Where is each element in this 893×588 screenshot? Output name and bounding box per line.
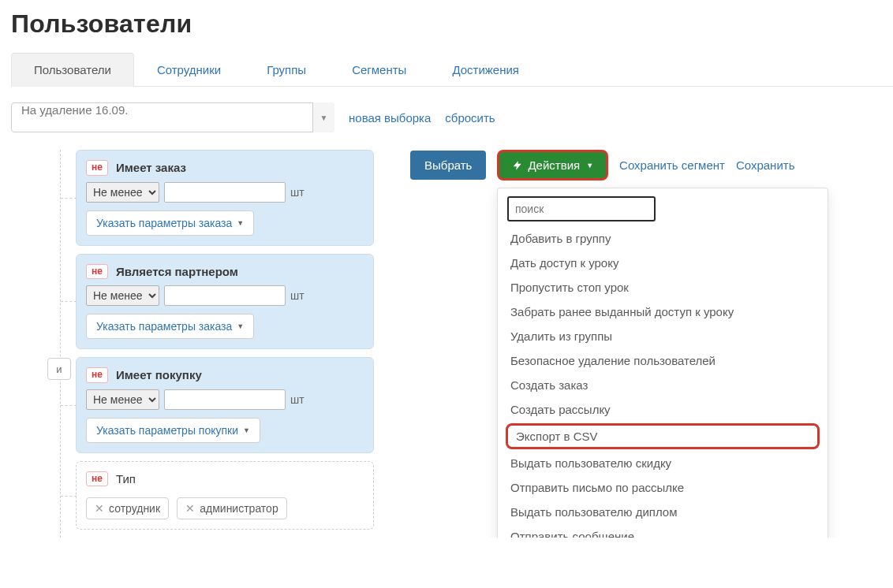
comparator-select[interactable]: Не менее bbox=[86, 285, 159, 306]
caret-down-icon: ▼ bbox=[237, 219, 244, 227]
actions-menu-list: Добавить в группуДать доступ к урокуПроп… bbox=[498, 226, 828, 538]
tab-achievements[interactable]: Достижения bbox=[429, 53, 542, 86]
filter-card-has-purchase: не Имеет покупку Не менее шт Указать пар… bbox=[76, 357, 374, 453]
unit-label: шт bbox=[290, 186, 305, 199]
caret-down-icon: ▼ bbox=[243, 426, 250, 434]
negate-badge[interactable]: не bbox=[86, 367, 108, 383]
actions-menu-item[interactable]: Удалить из группы bbox=[498, 324, 828, 348]
type-tag-list: ✕ сотрудник ✕ администратор bbox=[86, 493, 364, 519]
actions-menu-item[interactable]: Дать доступ к уроку bbox=[498, 251, 828, 275]
quantity-input[interactable] bbox=[164, 389, 286, 410]
actions-column: Выбрать Действия ▼ Сохранить сегмент Сох… bbox=[391, 150, 893, 190]
actions-search-input[interactable] bbox=[507, 196, 656, 221]
save-link-truncated[interactable]: Сохранить bbox=[736, 158, 795, 172]
negate-badge[interactable]: не bbox=[86, 160, 108, 176]
tabs: Пользователи Сотрудники Группы Сегменты … bbox=[11, 53, 893, 87]
sample-bar: На удаление 16.09. ▼ новая выборка сброс… bbox=[11, 102, 893, 132]
filter-card-has-order: не Имеет заказ Не менее шт Указать парам… bbox=[76, 150, 374, 246]
order-params-button[interactable]: Указать параметры заказа ▼ bbox=[86, 210, 254, 236]
remove-tag-icon[interactable]: ✕ bbox=[185, 502, 195, 515]
tag-label: сотрудник bbox=[109, 502, 160, 515]
connector-stub bbox=[61, 405, 77, 406]
save-segment-link[interactable]: Сохранить сегмент bbox=[619, 158, 725, 172]
actions-menu-item[interactable]: Отправить письмо по рассылке bbox=[498, 475, 828, 500]
comparator-select[interactable]: Не менее bbox=[86, 182, 159, 203]
filter-title: Тип bbox=[116, 472, 136, 486]
params-label: Указать параметры покупки bbox=[96, 424, 238, 437]
new-sample-link[interactable]: новая выборка bbox=[349, 111, 431, 125]
actions-menu-item[interactable]: Отправить сообщение bbox=[498, 524, 828, 538]
order-params-button[interactable]: Указать параметры заказа ▼ bbox=[86, 314, 254, 339]
negate-badge[interactable]: не bbox=[86, 471, 108, 487]
params-label: Указать параметры заказа bbox=[96, 217, 232, 229]
unit-label: шт bbox=[290, 393, 305, 406]
caret-down-icon: ▼ bbox=[586, 162, 593, 169]
tab-users[interactable]: Пользователи bbox=[11, 53, 134, 87]
bolt-icon bbox=[512, 160, 523, 171]
params-label: Указать параметры заказа bbox=[96, 320, 232, 333]
connector-stub bbox=[61, 198, 77, 199]
unit-label: шт bbox=[290, 289, 305, 302]
actions-menu-item[interactable]: Выдать пользователю скидку bbox=[498, 451, 828, 475]
caret-down-icon[interactable]: ▼ bbox=[312, 102, 334, 132]
actions-dropdown-button[interactable]: Действия ▼ bbox=[497, 150, 608, 180]
page-title: Пользователи bbox=[11, 9, 893, 39]
actions-menu-item[interactable]: Экспорт в CSV bbox=[506, 423, 820, 449]
connector-stub bbox=[61, 496, 77, 497]
remove-tag-icon[interactable]: ✕ bbox=[95, 502, 104, 515]
tab-segments[interactable]: Сегменты bbox=[329, 53, 429, 86]
type-tag[interactable]: ✕ сотрудник bbox=[86, 497, 169, 519]
filter-title: Является партнером bbox=[116, 265, 238, 278]
negate-badge[interactable]: не bbox=[86, 264, 108, 280]
filter-card-is-partner: не Является партнером Не менее шт Указат… bbox=[76, 254, 374, 350]
select-button[interactable]: Выбрать bbox=[410, 151, 486, 180]
comparator-select[interactable]: Не менее bbox=[86, 389, 159, 410]
and-connector-badge: и bbox=[47, 358, 71, 380]
tab-employees[interactable]: Сотрудники bbox=[134, 53, 244, 86]
connector-stub bbox=[61, 301, 77, 302]
filters-column: и не Имеет заказ Не менее шт Указать пар… bbox=[41, 150, 374, 538]
filter-card-type: не Тип ✕ сотрудник ✕ администратор bbox=[76, 461, 374, 530]
actions-menu-item[interactable]: Добавить в группу bbox=[498, 226, 828, 251]
filter-title: Имеет покупку bbox=[116, 368, 202, 381]
saved-sample-selected: На удаление 16.09. bbox=[11, 102, 334, 132]
connector-line bbox=[60, 150, 61, 538]
tab-groups[interactable]: Группы bbox=[244, 53, 329, 86]
actions-menu-item[interactable]: Пропустить стоп урок bbox=[498, 275, 828, 300]
purchase-params-button[interactable]: Указать параметры покупки ▼ bbox=[86, 418, 260, 443]
filter-title: Имеет заказ bbox=[116, 161, 186, 174]
action-bar: Выбрать Действия ▼ Сохранить сегмент Сох… bbox=[391, 150, 893, 180]
actions-menu-item[interactable]: Безопасное удаление пользователей bbox=[498, 348, 828, 373]
actions-dropdown: Добавить в группуДать доступ к урокуПроп… bbox=[497, 188, 828, 538]
quantity-input[interactable] bbox=[164, 182, 286, 203]
actions-menu-item[interactable]: Выдать пользователю диплом bbox=[498, 500, 828, 524]
quantity-input[interactable] bbox=[164, 285, 286, 306]
caret-down-icon: ▼ bbox=[237, 322, 244, 330]
saved-sample-select[interactable]: На удаление 16.09. ▼ bbox=[11, 102, 334, 132]
actions-menu-item[interactable]: Забрать ранее выданный доступ к уроку bbox=[498, 300, 828, 324]
tag-label: администратор bbox=[200, 502, 278, 515]
type-tag[interactable]: ✕ администратор bbox=[177, 497, 286, 519]
actions-label: Действия bbox=[528, 158, 580, 172]
reset-link[interactable]: сбросить bbox=[445, 111, 495, 125]
actions-menu-item[interactable]: Создать заказ bbox=[498, 373, 828, 397]
actions-menu-item[interactable]: Создать рассылку bbox=[498, 397, 828, 422]
